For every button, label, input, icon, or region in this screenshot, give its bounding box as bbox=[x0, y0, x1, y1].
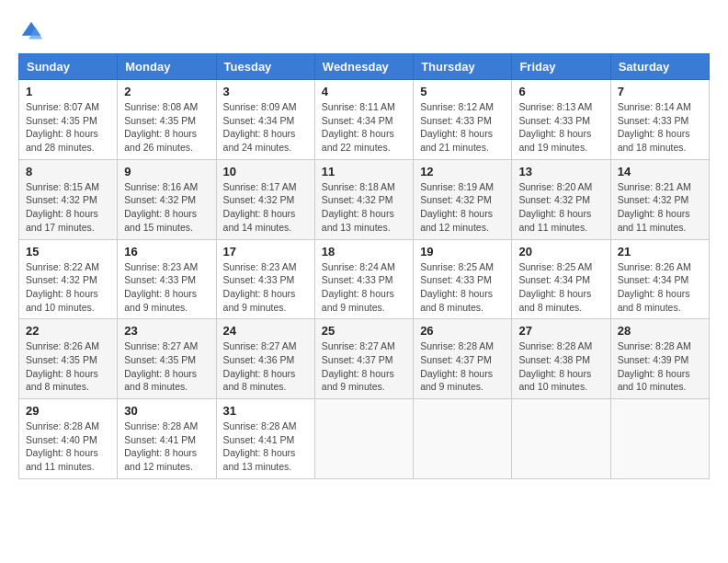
calendar-cell: 7 Sunrise: 8:14 AM Sunset: 4:33 PM Dayli… bbox=[610, 80, 709, 160]
calendar-week-row: 8 Sunrise: 8:15 AM Sunset: 4:32 PM Dayli… bbox=[19, 159, 710, 239]
day-info: Sunrise: 8:11 AM Sunset: 4:34 PM Dayligh… bbox=[322, 100, 406, 155]
calendar-header-sunday: Sunday bbox=[19, 54, 118, 80]
day-info: Sunrise: 8:18 AM Sunset: 4:32 PM Dayligh… bbox=[322, 180, 406, 235]
calendar-header-row: SundayMondayTuesdayWednesdayThursdayFrid… bbox=[19, 54, 710, 80]
calendar-cell: 26 Sunrise: 8:28 AM Sunset: 4:37 PM Dayl… bbox=[414, 319, 512, 399]
day-number: 25 bbox=[322, 324, 406, 338]
day-info: Sunrise: 8:21 AM Sunset: 4:32 PM Dayligh… bbox=[618, 180, 702, 235]
day-info: Sunrise: 8:26 AM Sunset: 4:34 PM Dayligh… bbox=[618, 260, 702, 315]
day-info: Sunrise: 8:23 AM Sunset: 4:33 PM Dayligh… bbox=[124, 260, 209, 315]
day-info: Sunrise: 8:08 AM Sunset: 4:35 PM Dayligh… bbox=[124, 100, 209, 155]
calendar-cell: 31 Sunrise: 8:28 AM Sunset: 4:41 PM Dayl… bbox=[216, 399, 314, 479]
calendar-header-saturday: Saturday bbox=[610, 54, 709, 80]
calendar-cell: 13 Sunrise: 8:20 AM Sunset: 4:32 PM Dayl… bbox=[512, 159, 610, 239]
calendar-week-row: 29 Sunrise: 8:28 AM Sunset: 4:40 PM Dayl… bbox=[19, 399, 710, 479]
day-info: Sunrise: 8:28 AM Sunset: 4:37 PM Dayligh… bbox=[420, 339, 505, 394]
day-info: Sunrise: 8:28 AM Sunset: 4:39 PM Dayligh… bbox=[618, 339, 702, 394]
day-number: 20 bbox=[518, 245, 603, 259]
day-number: 18 bbox=[322, 245, 406, 259]
calendar-cell: 28 Sunrise: 8:28 AM Sunset: 4:39 PM Dayl… bbox=[610, 319, 709, 399]
calendar-cell: 8 Sunrise: 8:15 AM Sunset: 4:32 PM Dayli… bbox=[19, 159, 118, 239]
calendar-table: SundayMondayTuesdayWednesdayThursdayFrid… bbox=[18, 53, 710, 479]
calendar-cell: 29 Sunrise: 8:28 AM Sunset: 4:40 PM Dayl… bbox=[19, 399, 118, 479]
day-number: 9 bbox=[124, 165, 209, 178]
calendar-header-thursday: Thursday bbox=[414, 54, 512, 80]
day-info: Sunrise: 8:25 AM Sunset: 4:34 PM Dayligh… bbox=[518, 260, 603, 315]
day-number: 4 bbox=[322, 85, 406, 98]
calendar-header-friday: Friday bbox=[512, 54, 610, 80]
day-info: Sunrise: 8:27 AM Sunset: 4:37 PM Dayligh… bbox=[322, 339, 406, 394]
day-info: Sunrise: 8:28 AM Sunset: 4:41 PM Dayligh… bbox=[223, 419, 308, 474]
day-number: 31 bbox=[223, 404, 308, 418]
calendar-cell: 25 Sunrise: 8:27 AM Sunset: 4:37 PM Dayl… bbox=[314, 319, 413, 399]
day-number: 16 bbox=[124, 245, 209, 259]
day-number: 15 bbox=[26, 245, 110, 259]
calendar-cell: 2 Sunrise: 8:08 AM Sunset: 4:35 PM Dayli… bbox=[118, 80, 216, 160]
day-number: 28 bbox=[618, 324, 702, 338]
calendar-header-tuesday: Tuesday bbox=[216, 54, 314, 80]
day-number: 3 bbox=[223, 85, 308, 98]
calendar-cell: 19 Sunrise: 8:25 AM Sunset: 4:33 PM Dayl… bbox=[414, 239, 512, 319]
day-number: 2 bbox=[124, 85, 209, 98]
day-number: 5 bbox=[420, 85, 505, 98]
calendar-cell bbox=[414, 399, 512, 479]
day-number: 26 bbox=[420, 324, 505, 338]
day-info: Sunrise: 8:16 AM Sunset: 4:32 PM Dayligh… bbox=[124, 180, 209, 235]
calendar-cell: 3 Sunrise: 8:09 AM Sunset: 4:34 PM Dayli… bbox=[216, 80, 314, 160]
day-number: 19 bbox=[420, 245, 505, 259]
day-number: 1 bbox=[26, 85, 110, 98]
day-number: 27 bbox=[518, 324, 603, 338]
calendar-cell: 16 Sunrise: 8:23 AM Sunset: 4:33 PM Dayl… bbox=[118, 239, 216, 319]
day-number: 30 bbox=[124, 404, 209, 418]
day-info: Sunrise: 8:28 AM Sunset: 4:41 PM Dayligh… bbox=[124, 419, 209, 474]
calendar-header-wednesday: Wednesday bbox=[314, 54, 413, 80]
calendar-cell: 6 Sunrise: 8:13 AM Sunset: 4:33 PM Dayli… bbox=[512, 80, 610, 160]
calendar-week-row: 1 Sunrise: 8:07 AM Sunset: 4:35 PM Dayli… bbox=[19, 80, 710, 160]
calendar-cell: 30 Sunrise: 8:28 AM Sunset: 4:41 PM Dayl… bbox=[118, 399, 216, 479]
calendar-cell: 21 Sunrise: 8:26 AM Sunset: 4:34 PM Dayl… bbox=[610, 239, 709, 319]
day-number: 13 bbox=[518, 165, 603, 178]
day-number: 29 bbox=[26, 404, 110, 418]
calendar-cell bbox=[512, 399, 610, 479]
logo bbox=[18, 18, 48, 44]
calendar-cell: 4 Sunrise: 8:11 AM Sunset: 4:34 PM Dayli… bbox=[314, 80, 413, 160]
day-info: Sunrise: 8:28 AM Sunset: 4:40 PM Dayligh… bbox=[26, 419, 110, 474]
calendar-cell bbox=[314, 399, 413, 479]
calendar-week-row: 22 Sunrise: 8:26 AM Sunset: 4:35 PM Dayl… bbox=[19, 319, 710, 399]
day-number: 8 bbox=[26, 165, 110, 178]
calendar-cell: 10 Sunrise: 8:17 AM Sunset: 4:32 PM Dayl… bbox=[216, 159, 314, 239]
day-info: Sunrise: 8:19 AM Sunset: 4:32 PM Dayligh… bbox=[420, 180, 505, 235]
day-number: 11 bbox=[322, 165, 406, 178]
day-info: Sunrise: 8:09 AM Sunset: 4:34 PM Dayligh… bbox=[223, 100, 308, 155]
day-number: 23 bbox=[124, 324, 209, 338]
day-info: Sunrise: 8:17 AM Sunset: 4:32 PM Dayligh… bbox=[223, 180, 308, 235]
day-info: Sunrise: 8:26 AM Sunset: 4:35 PM Dayligh… bbox=[26, 339, 110, 394]
day-info: Sunrise: 8:15 AM Sunset: 4:32 PM Dayligh… bbox=[26, 180, 110, 235]
calendar-cell: 18 Sunrise: 8:24 AM Sunset: 4:33 PM Dayl… bbox=[314, 239, 413, 319]
day-number: 7 bbox=[618, 85, 702, 98]
day-info: Sunrise: 8:24 AM Sunset: 4:33 PM Dayligh… bbox=[322, 260, 406, 315]
day-info: Sunrise: 8:13 AM Sunset: 4:33 PM Dayligh… bbox=[518, 100, 603, 155]
calendar-cell: 17 Sunrise: 8:23 AM Sunset: 4:33 PM Dayl… bbox=[216, 239, 314, 319]
calendar-cell: 12 Sunrise: 8:19 AM Sunset: 4:32 PM Dayl… bbox=[414, 159, 512, 239]
day-number: 21 bbox=[618, 245, 702, 259]
logo-icon bbox=[18, 18, 44, 44]
calendar-cell: 23 Sunrise: 8:27 AM Sunset: 4:35 PM Dayl… bbox=[118, 319, 216, 399]
day-number: 14 bbox=[618, 165, 702, 178]
day-number: 12 bbox=[420, 165, 505, 178]
day-info: Sunrise: 8:07 AM Sunset: 4:35 PM Dayligh… bbox=[26, 100, 110, 155]
day-info: Sunrise: 8:22 AM Sunset: 4:32 PM Dayligh… bbox=[26, 260, 110, 315]
day-info: Sunrise: 8:20 AM Sunset: 4:32 PM Dayligh… bbox=[518, 180, 603, 235]
calendar-cell: 22 Sunrise: 8:26 AM Sunset: 4:35 PM Dayl… bbox=[19, 319, 118, 399]
calendar-cell bbox=[610, 399, 709, 479]
calendar-cell: 9 Sunrise: 8:16 AM Sunset: 4:32 PM Dayli… bbox=[118, 159, 216, 239]
day-info: Sunrise: 8:23 AM Sunset: 4:33 PM Dayligh… bbox=[223, 260, 308, 315]
day-number: 24 bbox=[223, 324, 308, 338]
day-info: Sunrise: 8:27 AM Sunset: 4:35 PM Dayligh… bbox=[124, 339, 209, 394]
calendar-cell: 14 Sunrise: 8:21 AM Sunset: 4:32 PM Dayl… bbox=[610, 159, 709, 239]
day-info: Sunrise: 8:14 AM Sunset: 4:33 PM Dayligh… bbox=[618, 100, 702, 155]
day-info: Sunrise: 8:27 AM Sunset: 4:36 PM Dayligh… bbox=[223, 339, 308, 394]
page-header bbox=[18, 18, 710, 44]
calendar-cell: 11 Sunrise: 8:18 AM Sunset: 4:32 PM Dayl… bbox=[314, 159, 413, 239]
calendar-cell: 24 Sunrise: 8:27 AM Sunset: 4:36 PM Dayl… bbox=[216, 319, 314, 399]
